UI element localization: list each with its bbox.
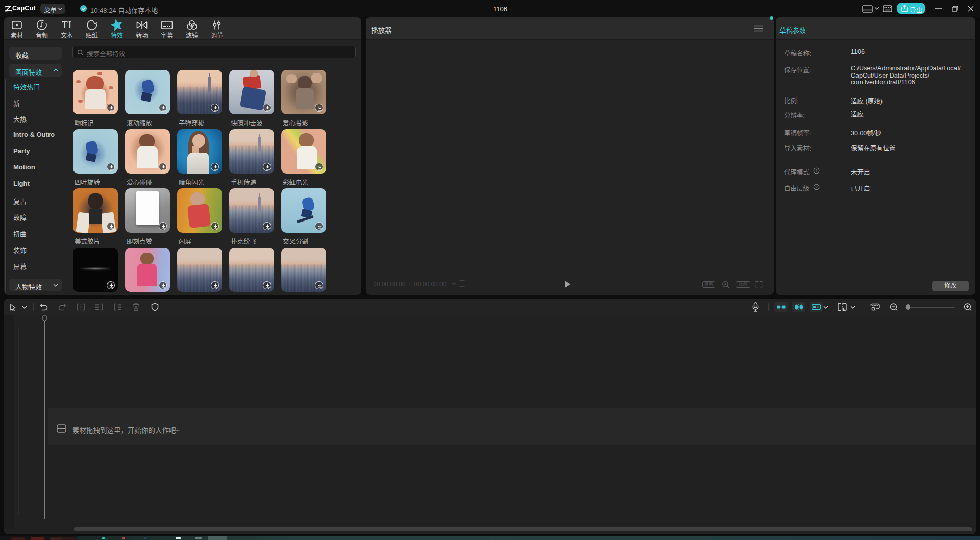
svg-text:?: ? bbox=[815, 185, 818, 189]
svg-text:?: ? bbox=[815, 168, 818, 173]
